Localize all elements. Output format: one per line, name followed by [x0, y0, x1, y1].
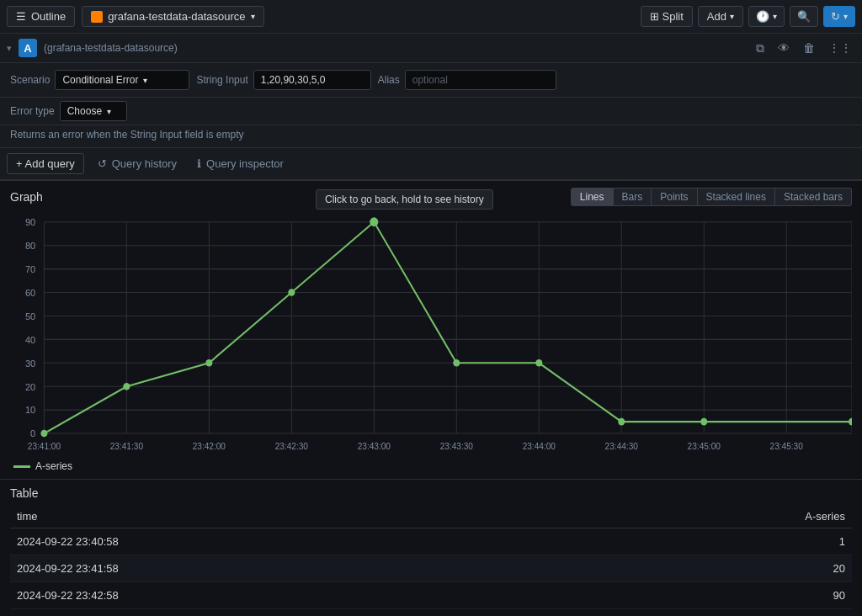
chart-type-buttons: Lines Bars Points Stacked lines Stacked …	[571, 188, 852, 206]
chart-type-bars[interactable]: Bars	[614, 188, 652, 206]
graph-title: Graph	[10, 190, 43, 204]
tooltip-text: Click to go back, hold to see history	[325, 194, 484, 205]
table-cell-value: 1	[584, 528, 852, 555]
helper-text: Returns an error when the String Input f…	[0, 125, 862, 148]
query-fields: Scenario Conditional Error ▾ String Inpu…	[0, 63, 862, 98]
graph-section: Graph Lines Bars Points Stacked lines St…	[0, 181, 862, 479]
toolbar-left: ☰ Outline grafana-testdata-datasource ▾	[7, 6, 264, 27]
split-icon: ⊞	[650, 10, 659, 23]
copy-query-button[interactable]: ⧉	[753, 40, 768, 57]
string-input-label: String Input	[196, 74, 247, 86]
data-point	[40, 430, 47, 438]
query-panel: ▾ A (grafana-testdata-datasource) ⧉ 👁 🗑 …	[0, 34, 862, 181]
data-point	[535, 359, 542, 367]
data-point	[370, 217, 378, 226]
table-title: Table	[10, 486, 852, 500]
alias-label: Alias	[378, 74, 400, 86]
chart-line	[44, 222, 852, 433]
data-point	[453, 359, 460, 367]
query-bottom-bar: + Add query ↺ Query history ℹ Query insp…	[0, 148, 862, 180]
svg-text:23:43:00: 23:43:00	[358, 442, 391, 451]
table-cell-time: 2024-09-22 23:41:58	[10, 555, 584, 582]
query-history-label: Query history	[112, 157, 177, 170]
alias-placeholder-text: optional	[412, 74, 448, 86]
svg-text:90: 90	[25, 217, 35, 227]
query-history-button[interactable]: ↺ Query history	[91, 154, 184, 173]
alias-group: Alias optional	[378, 70, 556, 90]
svg-text:0: 0	[30, 428, 35, 438]
svg-text:23:44:00: 23:44:00	[523, 442, 556, 451]
chart-type-stacked-lines[interactable]: Stacked lines	[698, 188, 775, 206]
svg-text:23:41:30: 23:41:30	[110, 442, 143, 451]
time-range-button[interactable]: 🕐 ▾	[748, 6, 785, 27]
delete-query-button[interactable]: 🗑	[800, 40, 818, 56]
split-button[interactable]: ⊞ Split	[641, 6, 693, 27]
chart-svg: 90 80 70 60 50 40 30 20 10 0 23:41:00 23…	[10, 213, 852, 457]
data-point	[123, 383, 130, 390]
datasource-icon	[91, 11, 103, 23]
scenario-value: Conditional Error	[62, 74, 138, 86]
scenario-chevron-icon: ▾	[143, 76, 147, 85]
datasource-selector[interactable]: grafana-testdata-datasource ▾	[82, 6, 263, 27]
string-input-value: 1,20,90,30,5,0	[261, 74, 326, 86]
chart-container: 90 80 70 60 50 40 30 20 10 0 23:41:00 23…	[10, 213, 852, 457]
string-input-group: String Input 1,20,90,30,5,0	[196, 70, 370, 90]
add-button[interactable]: Add ▾	[698, 6, 743, 27]
svg-text:23:45:00: 23:45:00	[688, 442, 721, 451]
add-query-button[interactable]: + Add query	[7, 153, 84, 174]
datasource-name-label: grafana-testdata-datasource	[108, 10, 245, 23]
add-query-label: + Add query	[16, 157, 75, 170]
col-header-aseries: A-series	[584, 505, 852, 528]
refresh-icon: ↻	[831, 10, 840, 23]
alias-input[interactable]: optional	[405, 70, 556, 90]
table-row: 2024-09-22 23:42:5890	[10, 582, 852, 609]
chevron-down-icon: ▾	[251, 12, 255, 21]
table-cell-value: 90	[584, 582, 852, 609]
svg-text:60: 60	[25, 288, 35, 298]
data-point	[205, 359, 212, 367]
error-type-chevron-icon: ▾	[107, 107, 111, 116]
zoom-out-button[interactable]: 🔍	[790, 6, 818, 27]
chart-type-lines[interactable]: Lines	[571, 188, 614, 206]
chart-type-points[interactable]: Points	[652, 188, 697, 206]
split-label: Split	[662, 10, 684, 23]
query-inspector-button[interactable]: ℹ Query inspector	[190, 154, 290, 173]
query-letter-badge[interactable]: A	[19, 39, 37, 57]
error-type-select[interactable]: Choose ▾	[60, 101, 127, 121]
svg-text:20: 20	[25, 381, 35, 391]
query-actions: ⧉ 👁 🗑 ⋮⋮	[753, 40, 855, 57]
zoom-out-icon: 🔍	[797, 10, 811, 23]
svg-text:80: 80	[25, 241, 35, 251]
table-cell-time: 2024-09-22 23:42:58	[10, 582, 584, 609]
collapse-button[interactable]: ▾	[7, 43, 12, 54]
scenario-label: Scenario	[10, 74, 50, 86]
chart-legend: A-series	[10, 460, 852, 472]
toolbar-right: ⊞ Split Add ▾ 🕐 ▾ 🔍 ↻ ▾	[641, 6, 855, 27]
svg-text:10: 10	[25, 405, 35, 415]
chart-type-stacked-bars[interactable]: Stacked bars	[775, 188, 852, 206]
refresh-button[interactable]: ↻ ▾	[823, 6, 855, 27]
toggle-visibility-button[interactable]: 👁	[774, 40, 793, 56]
svg-text:30: 30	[25, 358, 35, 368]
more-options-button[interactable]: ⋮⋮	[825, 40, 855, 56]
add-chevron-icon: ▾	[730, 12, 734, 21]
scenario-select[interactable]: Conditional Error ▾	[55, 70, 189, 90]
svg-text:23:43:30: 23:43:30	[440, 442, 473, 451]
outline-button[interactable]: ☰ Outline	[7, 6, 75, 27]
history-icon: ↺	[98, 157, 107, 170]
table-row: 2024-09-22 23:41:5820	[10, 555, 852, 582]
svg-text:23:41:00: 23:41:00	[28, 442, 61, 451]
error-type-row: Error type Choose ▾	[0, 98, 862, 125]
outline-icon: ☰	[16, 10, 26, 23]
tooltip: Click to go back, hold to see history	[316, 189, 493, 210]
svg-text:50: 50	[25, 311, 35, 321]
query-inspector-label: Query inspector	[206, 157, 284, 170]
table-row: 2024-09-22 23:40:581	[10, 528, 852, 555]
svg-text:23:45:30: 23:45:30	[770, 442, 803, 451]
add-label: Add	[707, 10, 726, 23]
table-section: Table time A-series 2024-09-22 23:40:581…	[0, 479, 862, 616]
query-datasource-label: (grafana-testdata-datasource)	[44, 42, 746, 54]
svg-text:23:42:00: 23:42:00	[193, 442, 226, 451]
string-input-field[interactable]: 1,20,90,30,5,0	[253, 70, 371, 90]
data-point	[618, 418, 625, 426]
